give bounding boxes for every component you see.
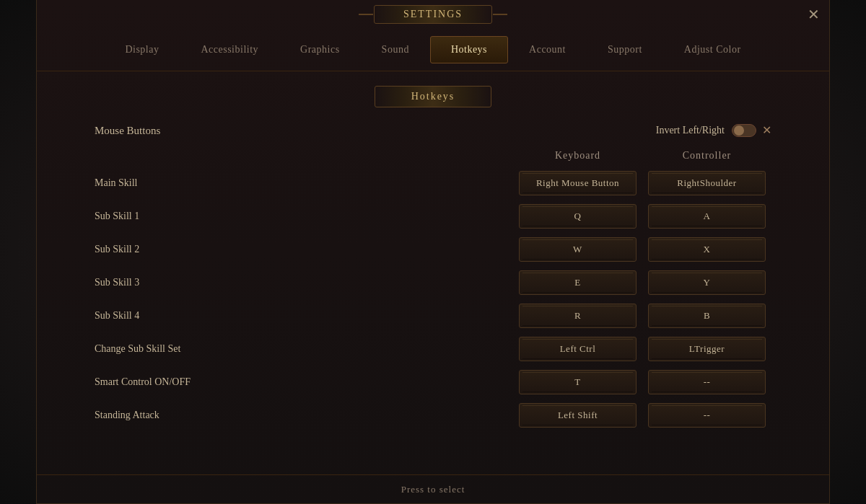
skill-keyboard-button[interactable]: Right Mouse Button: [519, 171, 637, 195]
bottom-bar: Press to select: [37, 474, 829, 503]
table-row: Standing Attack Left Shift --: [95, 399, 771, 431]
tab-display[interactable]: Display: [104, 36, 180, 63]
skill-controller-button[interactable]: Y: [648, 270, 766, 295]
modal-title: Settings: [374, 5, 492, 24]
invert-label: Invert Left/Right: [656, 125, 725, 136]
table-row: Sub Skill 1 Q A: [95, 200, 771, 232]
invert-toggle[interactable]: [732, 124, 756, 137]
skill-rows: Main Skill Right Mouse Button RightShoul…: [37, 167, 829, 431]
close-button[interactable]: ✕: [805, 6, 822, 23]
table-row: Smart Control ON/OFF T --: [95, 366, 771, 398]
tab-adjust-color[interactable]: Adjust Color: [663, 36, 762, 63]
skill-keyboard-button[interactable]: W: [519, 237, 637, 262]
section-title: Hotkeys: [375, 86, 492, 107]
mouse-buttons-row: Mouse Buttons Invert Left/Right ✕: [37, 118, 829, 143]
skill-keyboard-button[interactable]: Left Shift: [519, 403, 637, 428]
skill-name: Standing Attack: [95, 410, 513, 421]
skill-controller-button[interactable]: --: [648, 403, 766, 428]
skill-name: Change Sub Skill Set: [95, 343, 513, 355]
tab-bar: Display Accessibility Graphics Sound Hot…: [37, 29, 829, 71]
skill-name: Main Skill: [95, 177, 513, 189]
skill-keyboard-button[interactable]: T: [519, 370, 637, 394]
title-bar: Settings ✕: [37, 0, 829, 29]
skill-keyboard-button[interactable]: E: [519, 270, 637, 295]
invert-clear-button[interactable]: ✕: [762, 125, 771, 136]
skill-name: Sub Skill 4: [95, 310, 513, 322]
press-to-select-hint: Press to select: [401, 484, 465, 495]
tab-graphics[interactable]: Graphics: [279, 36, 361, 63]
table-row: Sub Skill 3 E Y: [95, 267, 771, 299]
skill-controller-button[interactable]: LTrigger: [648, 337, 766, 361]
tab-account[interactable]: Account: [508, 36, 587, 63]
skill-controller-button[interactable]: RightShoulder: [648, 171, 766, 195]
table-row: Sub Skill 2 W X: [95, 234, 771, 265]
skill-name: Sub Skill 1: [95, 211, 513, 222]
tab-hotkeys[interactable]: Hotkeys: [430, 36, 508, 63]
table-row: Main Skill Right Mouse Button RightShoul…: [95, 167, 771, 199]
tab-sound[interactable]: Sound: [361, 36, 430, 63]
tab-support[interactable]: Support: [587, 36, 663, 63]
mouse-buttons-label: Mouse Buttons: [95, 125, 160, 137]
toggle-knob: [734, 125, 744, 136]
keyboard-header: Keyboard: [513, 150, 642, 162]
table-row: Change Sub Skill Set Left Ctrl LTrigger: [95, 333, 771, 365]
skill-controller-button[interactable]: X: [648, 237, 766, 262]
tab-accessibility[interactable]: Accessibility: [180, 36, 279, 63]
skill-keyboard-button[interactable]: Q: [519, 204, 637, 229]
column-headers: Keyboard Controller: [37, 150, 829, 162]
settings-modal: Settings ✕ Display Accessibility Graphic…: [36, 0, 830, 504]
skill-controller-button[interactable]: --: [648, 370, 766, 394]
section-title-wrap: Hotkeys: [37, 86, 829, 107]
toggle-wrap: ✕: [732, 124, 771, 137]
table-row: Sub Skill 4 R B: [95, 300, 771, 332]
skill-controller-button[interactable]: A: [648, 204, 766, 229]
invert-row: Invert Left/Right ✕: [656, 124, 771, 137]
skill-name: Sub Skill 3: [95, 277, 513, 288]
skill-name: Smart Control ON/OFF: [95, 376, 513, 388]
skill-name: Sub Skill 2: [95, 244, 513, 255]
skill-keyboard-button[interactable]: R: [519, 304, 637, 328]
skill-keyboard-button[interactable]: Left Ctrl: [519, 337, 637, 361]
controller-header: Controller: [642, 150, 771, 162]
skill-controller-button[interactable]: B: [648, 304, 766, 328]
